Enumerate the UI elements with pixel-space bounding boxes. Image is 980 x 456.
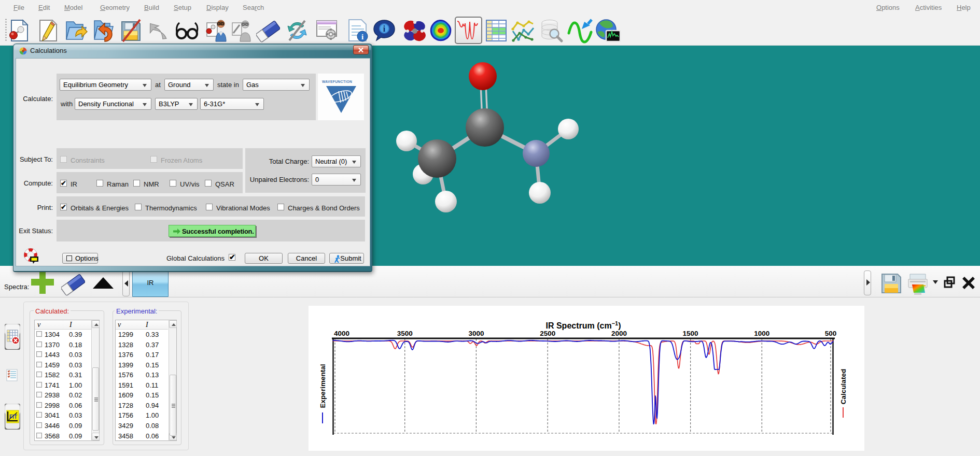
svg-text:IR Spectrum (cm−1): IR Spectrum (cm−1) — [545, 320, 621, 330]
svg-text:1000: 1000 — [754, 330, 769, 337]
svg-text:2500: 2500 — [540, 330, 555, 337]
svg-text:FIT: FIT — [9, 414, 17, 420]
svg-text:500: 500 — [825, 330, 837, 337]
svg-text:Experimental: Experimental — [319, 364, 327, 408]
svg-text:3500: 3500 — [397, 330, 413, 337]
svg-text:1500: 1500 — [683, 330, 698, 337]
svg-text:Calculated: Calculated — [839, 369, 847, 404]
svg-text:i: i — [361, 33, 363, 41]
svg-text:2000: 2000 — [611, 330, 627, 337]
svg-text:3000: 3000 — [468, 330, 484, 337]
svg-text:4000: 4000 — [334, 330, 349, 337]
svg-text:i: i — [383, 24, 386, 33]
